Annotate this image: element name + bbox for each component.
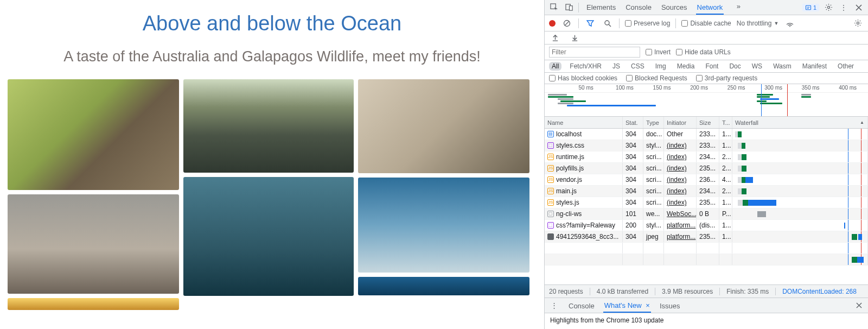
invert-checkbox[interactable]: Invert: [646, 48, 671, 56]
request-size: 234...: [697, 186, 719, 197]
filter-chip-doc[interactable]: Doc: [726, 62, 743, 71]
table-row[interactable]: JSmain.js304scri...(index)234...2...: [545, 186, 868, 197]
filter-chip-all[interactable]: All: [549, 62, 561, 71]
kebab-icon[interactable]: ⋮: [548, 300, 560, 312]
filter-chip-ws[interactable]: WS: [749, 62, 765, 71]
table-row[interactable]: ⬚styles.css304styl...(index)233...1...: [545, 140, 868, 151]
filter-chip-js[interactable]: JS: [610, 62, 623, 71]
gallery-tile[interactable]: [358, 79, 529, 173]
blocked-cookies-checkbox[interactable]: Has blocked cookies: [549, 74, 617, 82]
devtools-toolbar: Elements Console Sources Network » 1 ⋮: [545, 0, 868, 15]
table-row[interactable]: JSruntime.js304scri...(index)234...2...: [545, 151, 868, 163]
request-initiator[interactable]: (index): [667, 153, 687, 161]
request-waterfall: [732, 186, 868, 197]
status-finish: Finish: 335 ms: [726, 288, 769, 295]
record-icon[interactable]: [549, 20, 556, 27]
request-initiator[interactable]: (index): [667, 142, 687, 149]
third-party-checkbox[interactable]: 3rd-party requests: [696, 74, 757, 82]
timeline-overview[interactable]: 50 ms100 ms150 ms200 ms250 ms300 ms350 m…: [545, 84, 868, 117]
gallery-tile[interactable]: [8, 79, 179, 190]
request-size: 235...: [697, 163, 719, 174]
request-time: 2...: [719, 163, 732, 174]
network-conditions-icon[interactable]: [784, 17, 796, 29]
gallery-tile[interactable]: [358, 277, 529, 295]
preserve-log-checkbox[interactable]: Preserve log: [625, 20, 670, 27]
request-initiator[interactable]: (index): [667, 164, 687, 172]
request-initiator[interactable]: platform...: [667, 233, 695, 241]
search-icon[interactable]: [602, 17, 614, 29]
table-row[interactable]: JSvendor.js304scri...(index)236...4...: [545, 174, 868, 186]
close-icon[interactable]: [853, 300, 865, 312]
gallery-tile[interactable]: [8, 194, 179, 294]
filter-chip-other[interactable]: Other: [835, 62, 857, 71]
request-status: 304: [623, 163, 643, 174]
download-icon[interactable]: [569, 32, 580, 44]
request-initiator[interactable]: (index): [667, 187, 687, 195]
disable-cache-checkbox[interactable]: Disable cache: [681, 20, 731, 27]
tab-sources[interactable]: Sources: [660, 1, 688, 15]
tab-console[interactable]: Console: [624, 1, 653, 15]
table-row[interactable]: JSstyles.js304scri...(index)235...1...: [545, 197, 868, 208]
table-row[interactable]: ▤localhost304doc...Other233...1...: [545, 129, 868, 140]
gear-icon[interactable]: [822, 2, 834, 14]
request-type: jpeg: [643, 231, 664, 242]
gallery-tile[interactable]: [8, 298, 179, 310]
page-content: Above and below the Ocean A taste of the…: [0, 0, 544, 329]
request-time: 2...: [719, 186, 732, 197]
status-transferred: 4.0 kB transferred: [597, 288, 648, 295]
filter-chip-fetchxhr[interactable]: Fetch/XHR: [567, 62, 604, 71]
request-initiator[interactable]: WebSoc...: [667, 210, 697, 218]
filter-icon[interactable]: [584, 17, 596, 29]
table-row[interactable]: [545, 243, 868, 254]
table-row[interactable]: 49412593648_8cc3...304jpegplatform...235…: [545, 231, 868, 243]
issues-badge[interactable]: 1: [802, 4, 819, 11]
table-row[interactable]: [545, 254, 868, 265]
close-icon[interactable]: [853, 2, 865, 14]
filter-chip-img[interactable]: Img: [653, 62, 669, 71]
file-type-icon: JS: [547, 199, 554, 206]
filter-chip-font[interactable]: Font: [703, 62, 721, 71]
request-status: 304: [623, 151, 643, 162]
table-header[interactable]: Name Stat. Type Initiator Size T... Wate…: [545, 117, 868, 129]
clear-icon[interactable]: [561, 17, 573, 29]
table-row[interactable]: JSpolyfills.js304scri...(index)235...2..…: [545, 163, 868, 174]
filter-chip-css[interactable]: CSS: [628, 62, 647, 71]
request-status: 304: [623, 186, 643, 197]
hide-data-urls-checkbox[interactable]: Hide data URLs: [676, 48, 731, 56]
tab-network[interactable]: Network: [696, 1, 724, 15]
filter-chip-manifest[interactable]: Manifest: [800, 62, 829, 71]
upload-icon[interactable]: [549, 32, 561, 44]
drawer-tab-whatsnew[interactable]: What's New ×: [603, 299, 651, 313]
blocked-requests-checkbox[interactable]: Blocked Requests: [626, 74, 687, 82]
request-time: 2...: [719, 151, 732, 162]
svg-point-7: [789, 26, 790, 27]
request-initiator[interactable]: (index): [667, 199, 687, 206]
gallery-tile[interactable]: [358, 178, 529, 273]
file-type-icon: ▤: [547, 131, 554, 137]
table-row[interactable]: ⬚css?family=Raleway200styl...platform...…: [545, 220, 868, 231]
gallery-tile[interactable]: [183, 177, 354, 296]
gear-icon[interactable]: [852, 17, 864, 29]
filter-chip-wasm[interactable]: Wasm: [770, 62, 794, 71]
request-initiator[interactable]: (index): [667, 176, 687, 184]
filter-chip-media[interactable]: Media: [674, 62, 698, 71]
drawer-tab-console[interactable]: Console: [567, 299, 596, 312]
device-toggle-icon[interactable]: [563, 2, 575, 14]
throttling-select[interactable]: No throttling ▼: [737, 20, 779, 27]
request-time: 1...: [719, 129, 732, 140]
filter-input[interactable]: [549, 47, 640, 58]
request-initiator[interactable]: platform...: [667, 222, 695, 229]
close-icon[interactable]: ×: [646, 301, 650, 309]
gallery-tile[interactable]: [183, 79, 354, 173]
file-type-icon: ⬚: [547, 142, 554, 149]
request-waterfall: [732, 163, 868, 174]
request-waterfall: [732, 220, 868, 231]
kebab-icon[interactable]: ⋮: [838, 2, 850, 14]
drawer-tab-issues[interactable]: Issues: [659, 299, 681, 312]
more-tabs-icon[interactable]: »: [732, 1, 744, 12]
inspect-icon[interactable]: [548, 2, 560, 14]
tab-elements[interactable]: Elements: [585, 1, 617, 15]
table-row[interactable]: ▢ng-cli-ws101we...WebSoc...0 BP...: [545, 208, 868, 220]
request-size: 0 B: [697, 208, 719, 219]
svg-point-4: [827, 6, 829, 8]
